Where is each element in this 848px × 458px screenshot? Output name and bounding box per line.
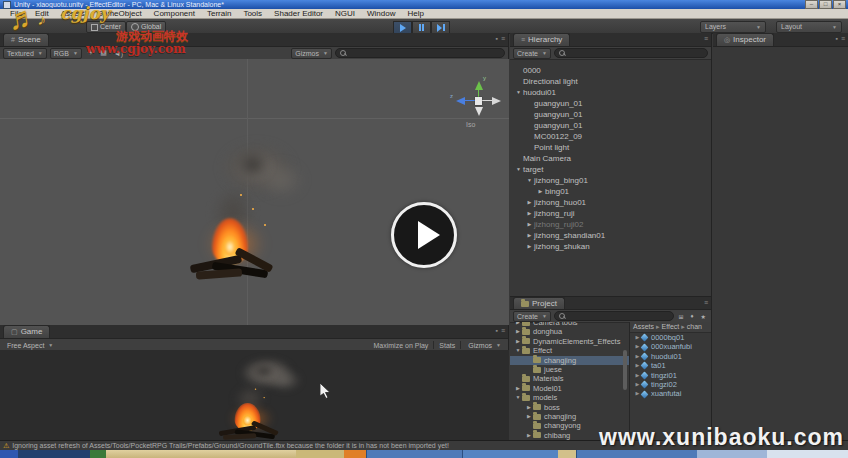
- asset-item[interactable]: ▶tingzi01: [630, 371, 711, 380]
- hierarchy-item[interactable]: ▼target: [510, 164, 711, 175]
- close-button[interactable]: ×: [833, 0, 846, 9]
- asset-item[interactable]: ▶huodui01: [630, 352, 711, 361]
- tab-game[interactable]: ▢ Game: [3, 325, 50, 338]
- axis-center-cube[interactable]: [475, 97, 482, 105]
- tab-project[interactable]: Project: [513, 297, 565, 309]
- maximize-button[interactable]: □: [819, 0, 832, 9]
- scene-gizmos-dropdown[interactable]: Gizmos▼: [291, 48, 332, 59]
- lighting-toggle-icon[interactable]: ☀: [85, 49, 95, 57]
- hierarchy-search-input[interactable]: [554, 48, 708, 58]
- asset-item[interactable]: ▶000xuanfubi: [630, 342, 711, 351]
- panel-menu-icon[interactable]: ≡: [501, 327, 505, 334]
- expand-arrow-icon[interactable]: ▶: [525, 412, 533, 421]
- aspect-dropdown[interactable]: Free Aspect▼: [3, 340, 57, 351]
- folder-item[interactable]: ▶changjing: [510, 412, 629, 421]
- expand-arrow-icon[interactable]: ▶: [536, 186, 545, 197]
- draw-mode-dropdown[interactable]: Textured▼: [3, 48, 47, 59]
- folder-item[interactable]: ▶donghua: [510, 327, 629, 336]
- projection-label[interactable]: Iso: [466, 121, 475, 128]
- expand-arrow-icon[interactable]: ▶: [525, 230, 534, 241]
- status-bar[interactable]: ⚠ Ignoring asset refresh of Assets/Tools…: [0, 440, 848, 450]
- hierarchy-item[interactable]: Point light: [510, 142, 711, 153]
- expand-arrow-icon[interactable]: ▶: [525, 208, 534, 219]
- expand-arrow-icon[interactable]: ▼: [514, 346, 522, 355]
- panel-options-icon[interactable]: ▪: [495, 327, 497, 334]
- asset-item[interactable]: ▶0000bq01: [630, 333, 711, 342]
- expand-arrow-icon[interactable]: ▶: [525, 431, 533, 440]
- hierarchy-create-button[interactable]: Create▼: [513, 48, 551, 59]
- folder-item[interactable]: ▶boss: [510, 403, 629, 412]
- favorites-icon[interactable]: ★: [699, 313, 708, 320]
- breadcrumb-item[interactable]: chan: [687, 322, 702, 332]
- menu-item-gameobject[interactable]: GameObject: [91, 9, 148, 18]
- tab-hierarchy[interactable]: ≡ Hierarchy: [513, 33, 570, 46]
- folder-item[interactable]: changyong: [510, 421, 629, 430]
- taskbar-item[interactable]: [296, 450, 344, 458]
- scene-search-input[interactable]: [335, 48, 505, 58]
- expand-arrow-icon[interactable]: ▶: [525, 403, 533, 412]
- expand-arrow-icon[interactable]: ▶: [514, 327, 522, 336]
- folder-item[interactable]: juese: [510, 365, 629, 374]
- project-search-input[interactable]: [554, 311, 674, 321]
- hierarchy-item[interactable]: ▶bing01: [510, 186, 711, 197]
- folder-item[interactable]: ▶chibang: [510, 431, 629, 440]
- expand-arrow-icon[interactable]: ▶: [525, 241, 534, 252]
- scene-orientation-gizmo[interactable]: y z Iso: [452, 77, 504, 137]
- panel-menu-icon[interactable]: ≡: [704, 35, 708, 42]
- game-gizmos-dropdown[interactable]: Gizmos▼: [464, 340, 505, 351]
- folder-item[interactable]: ▼Effect: [510, 346, 629, 355]
- folder-item[interactable]: changjing: [510, 356, 629, 365]
- taskbar-item[interactable]: [366, 450, 462, 458]
- menu-item-file[interactable]: File: [4, 9, 29, 18]
- asset-item[interactable]: ▶xuanfutai: [630, 389, 711, 398]
- menu-item-window[interactable]: Window: [361, 9, 401, 18]
- search-by-label-icon[interactable]: ♦: [689, 313, 696, 319]
- pivot-center-button[interactable]: Center: [86, 21, 126, 33]
- menu-item-edit[interactable]: Edit: [29, 9, 55, 18]
- skybox-toggle-icon[interactable]: ▦: [98, 49, 109, 57]
- hierarchy-item[interactable]: Main Camera: [510, 153, 711, 164]
- hierarchy-item[interactable]: ▶jizhong_huo01: [510, 197, 711, 208]
- menu-item-tools[interactable]: Tools: [237, 9, 268, 18]
- expand-arrow-icon[interactable]: ▼: [514, 393, 522, 402]
- video-play-button[interactable]: [391, 202, 457, 268]
- axis-x-cone[interactable]: [492, 97, 501, 105]
- taskbar-item[interactable]: [462, 450, 558, 458]
- expand-arrow-icon[interactable]: ▶: [514, 384, 522, 393]
- hierarchy-item[interactable]: ▶jizhong_ruji: [510, 208, 711, 219]
- asset-item[interactable]: ▶tingzi02: [630, 380, 711, 389]
- panel-menu-icon[interactable]: ≡: [704, 299, 708, 306]
- scene-viewport[interactable]: y z Iso: [0, 59, 509, 325]
- project-create-button[interactable]: Create▼: [513, 311, 551, 322]
- hierarchy-item[interactable]: ▶jizhong_ruji02: [510, 219, 711, 230]
- expand-arrow-icon[interactable]: ▼: [514, 164, 523, 175]
- folder-item[interactable]: ▶DynamicElements_Effects: [510, 337, 629, 346]
- hierarchy-item[interactable]: ▼jizhong_bing01: [510, 175, 711, 186]
- space-global-button[interactable]: Global: [126, 21, 166, 33]
- search-by-type-icon[interactable]: ⊞: [677, 313, 686, 320]
- hierarchy-item[interactable]: guangyun_01: [510, 120, 711, 131]
- hierarchy-item[interactable]: guangyun_01: [510, 98, 711, 109]
- hierarchy-item[interactable]: MC00122_09: [510, 131, 711, 142]
- windows-taskbar[interactable]: [0, 450, 848, 458]
- taskbar-item[interactable]: [344, 450, 366, 458]
- audio-toggle-icon[interactable]: ◄): [112, 50, 125, 57]
- axis-y-cone[interactable]: [475, 81, 483, 90]
- axis-z-cone[interactable]: [456, 97, 465, 105]
- menu-item-terrain[interactable]: Terrain: [201, 9, 237, 18]
- axis-front-cone[interactable]: [475, 107, 483, 116]
- asset-item[interactable]: ▶ta01: [630, 361, 711, 370]
- expand-arrow-icon[interactable]: ▼: [525, 175, 534, 186]
- hierarchy-item[interactable]: ▼huodui01: [510, 87, 711, 98]
- menu-item-ngui[interactable]: NGUI: [329, 9, 361, 18]
- hierarchy-item[interactable]: 0000: [510, 65, 711, 76]
- hierarchy-item[interactable]: ▶jizhong_shandian01: [510, 230, 711, 241]
- maximize-on-play-toggle[interactable]: Maximize on Play: [372, 342, 431, 349]
- game-viewport[interactable]: [0, 350, 509, 440]
- taskbar-item[interactable]: [106, 450, 296, 458]
- hierarchy-item[interactable]: guangyun_01: [510, 109, 711, 120]
- expand-arrow-icon[interactable]: ▶: [525, 197, 534, 208]
- layout-dropdown[interactable]: Layout▼: [776, 21, 842, 33]
- layers-dropdown[interactable]: Layers▼: [700, 21, 766, 33]
- stats-toggle[interactable]: Stats: [437, 342, 457, 349]
